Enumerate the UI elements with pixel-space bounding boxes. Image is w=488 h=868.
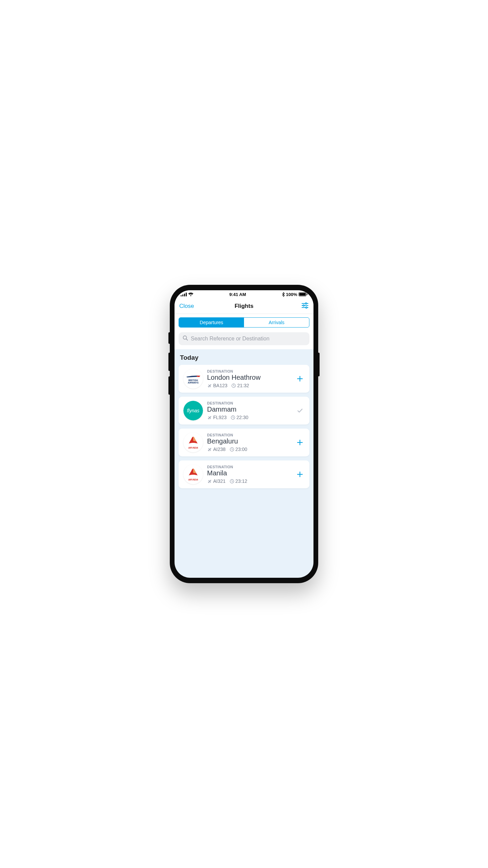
bluetooth-icon <box>282 292 285 297</box>
plane-icon <box>207 415 212 420</box>
search-box[interactable] <box>179 332 309 345</box>
plus-icon <box>296 471 304 478</box>
clock-icon <box>230 447 234 452</box>
close-button[interactable]: Close <box>179 303 194 310</box>
svg-point-12 <box>306 307 307 308</box>
battery-percent: 100% <box>286 292 297 297</box>
wifi-icon <box>188 293 194 296</box>
segmented-control: Departures Arrivals <box>179 317 309 328</box>
section-title: Today <box>175 349 313 365</box>
sliders-icon <box>301 302 309 309</box>
airline-logo-flynas: flynas <box>183 401 203 420</box>
svg-rect-0 <box>181 295 182 296</box>
check-icon <box>297 407 303 414</box>
destination-name: London Heathrow <box>207 374 291 381</box>
segmented-control-wrap: Departures Arrivals <box>175 314 313 328</box>
clock-icon <box>231 383 236 388</box>
flight-time: 23:12 <box>236 478 247 484</box>
flight-added-indicator <box>295 407 305 414</box>
add-flight-button[interactable] <box>295 471 305 478</box>
plane-icon <box>207 447 212 452</box>
clock-icon <box>231 415 235 420</box>
flight-card[interactable]: BRITISHAIRWAYS DESTINATION London Heathr… <box>179 365 309 393</box>
airline-logo-air-india: AIR INDIA <box>183 433 203 452</box>
search-icon <box>183 335 188 342</box>
svg-rect-1 <box>182 294 183 296</box>
destination-name: Bengaluru <box>207 437 291 445</box>
destination-name: Manila <box>207 469 291 477</box>
search-wrap <box>175 328 313 349</box>
cellular-signal-icon <box>181 293 187 296</box>
destination-label: DESTINATION <box>207 465 291 469</box>
flight-ref: AI321 <box>213 478 226 484</box>
airline-logo-british-airways: BRITISHAIRWAYS <box>183 369 203 389</box>
phone-frame: 9:41 AM 100% Close Flights <box>170 285 318 583</box>
filter-button[interactable] <box>301 302 309 311</box>
flight-list: BRITISHAIRWAYS DESTINATION London Heathr… <box>175 365 313 488</box>
add-flight-button[interactable] <box>295 375 305 382</box>
flight-ref: AI238 <box>213 447 226 452</box>
tab-departures[interactable]: Departures <box>179 318 244 327</box>
destination-label: DESTINATION <box>207 401 291 405</box>
flight-time: 23:00 <box>236 447 247 452</box>
flight-card[interactable]: flynas DESTINATION Dammam FL923 <box>179 397 309 425</box>
plane-icon <box>207 479 212 484</box>
flight-card[interactable]: AIR INDIA DESTINATION Manila <box>179 460 309 488</box>
status-bar: 9:41 AM 100% <box>175 290 313 298</box>
destination-label: DESTINATION <box>207 369 291 373</box>
nav-bar: Close Flights <box>175 298 313 314</box>
plane-icon <box>207 383 212 388</box>
svg-rect-2 <box>184 294 185 296</box>
flight-time: 22:30 <box>237 415 248 420</box>
tab-arrivals[interactable]: Arrivals <box>244 318 309 327</box>
svg-line-14 <box>186 339 188 340</box>
svg-point-10 <box>303 305 304 306</box>
page-title: Flights <box>235 303 253 310</box>
plus-icon <box>296 439 304 446</box>
search-input[interactable] <box>191 336 305 342</box>
destination-label: DESTINATION <box>207 433 291 437</box>
flight-card[interactable]: AIR INDIA DESTINATION Bengaluru <box>179 429 309 456</box>
flight-ref: FL923 <box>213 415 227 420</box>
flight-ref: BA123 <box>213 383 227 388</box>
flight-time: 21:32 <box>237 383 249 388</box>
svg-rect-6 <box>307 294 307 295</box>
screen: 9:41 AM 100% Close Flights <box>175 290 313 578</box>
add-flight-button[interactable] <box>295 439 305 446</box>
svg-rect-5 <box>299 293 306 296</box>
svg-point-8 <box>305 303 307 304</box>
svg-rect-3 <box>186 293 187 296</box>
content-scroll[interactable]: Today BRITISHAIRWAYS <box>175 349 313 578</box>
airline-logo-air-india: AIR INDIA <box>183 465 203 484</box>
destination-name: Dammam <box>207 406 291 413</box>
battery-icon <box>299 292 307 296</box>
plus-icon <box>296 375 304 382</box>
status-time: 9:41 AM <box>229 292 246 297</box>
clock-icon <box>230 479 234 484</box>
